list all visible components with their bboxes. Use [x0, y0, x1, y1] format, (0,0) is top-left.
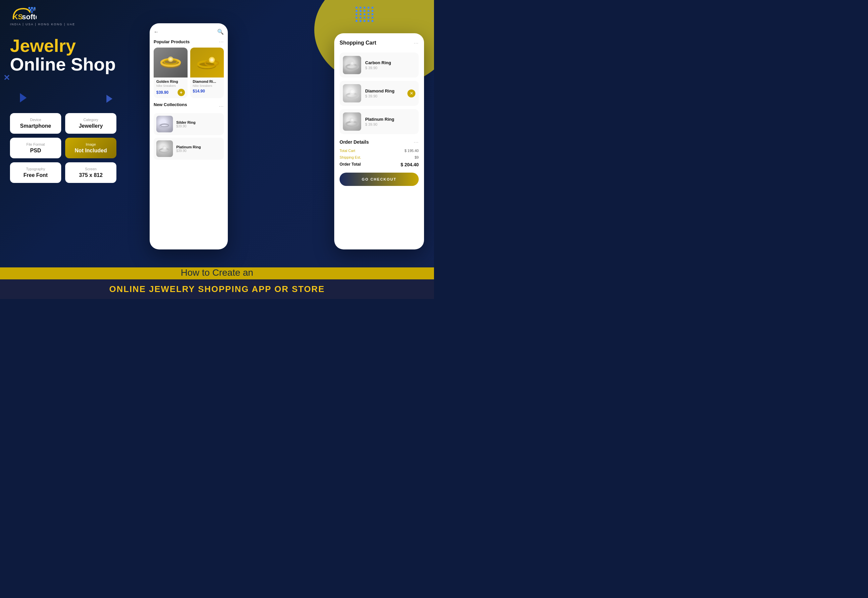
- svg-point-6: [30, 9, 31, 11]
- carbon-ring-svg: [344, 57, 360, 73]
- cart-remove-diamond[interactable]: ✕: [407, 90, 415, 97]
- svg-point-3: [28, 7, 30, 9]
- collection-price-silder: $39.90: [176, 124, 196, 128]
- order-total-value: $ 204.40: [401, 162, 419, 167]
- silder-ring-svg: [157, 117, 172, 132]
- svg-point-7: [32, 9, 34, 11]
- svg-text:KS: KS: [13, 13, 23, 21]
- popular-products-more[interactable]: ···: [219, 39, 224, 44]
- checkout-button[interactable]: GO CHECKOUT: [339, 173, 419, 186]
- info-value-category: Jewellery: [70, 123, 111, 129]
- cart-header: Shopping Cart ···: [339, 40, 419, 46]
- cart-name-carbon: Carbon Ring: [365, 60, 391, 65]
- info-label-category: Category: [70, 118, 111, 122]
- phone1-header: ← 🔍: [154, 28, 224, 35]
- cart-price-carbon: $ 39.90: [365, 66, 391, 70]
- cart-img-diamond: [343, 84, 361, 102]
- popular-products-title: Popular Products: [154, 39, 190, 44]
- cart-item-platinum[interactable]: Platinum Ring $ 39.90: [339, 109, 419, 134]
- cart-item-carbon[interactable]: Carbon Ring $ 39.90: [339, 52, 419, 78]
- product-img-diamond: [190, 48, 224, 78]
- total-cart-label: Total Cart: [339, 149, 355, 152]
- collection-item-silder[interactable]: Silder Ring $39.90: [154, 113, 224, 135]
- info-card-screen: Screen 375 x 812: [65, 162, 117, 183]
- svg-point-32: [351, 119, 354, 121]
- dot-grid-decoration: [356, 7, 374, 22]
- order-details-section: Order Details ··· Total Cart $ 195.40 Sh…: [339, 139, 419, 186]
- collection-name-silder: Silder Ring: [176, 120, 196, 124]
- cart-img-platinum: [343, 112, 361, 131]
- phone-popular-products: ← 🔍 Popular Products ···: [149, 23, 228, 250]
- product-card-golden[interactable]: Golden Ring Nike Sneakers $39.90 +: [154, 48, 188, 98]
- shipping-value: $9: [415, 155, 419, 159]
- back-arrow-icon[interactable]: ←: [154, 29, 159, 35]
- svg-point-23: [163, 147, 166, 150]
- order-line-shipping: Shipping Est. $9: [339, 155, 419, 159]
- order-total-line: Order Total $ 204.40: [339, 162, 419, 167]
- cart-info-carbon: Carbon Ring $ 39.90: [365, 60, 391, 70]
- product-name-golden: Golden Ring: [156, 79, 185, 84]
- info-value-screen: 375 x 812: [70, 172, 111, 178]
- logo-icon: KS softech ®: [10, 5, 37, 22]
- phone-shopping-cart: Shopping Cart ··· Carbon Ring $ 39.90: [334, 33, 424, 250]
- cart-item-diamond[interactable]: Diamond Ring $ 39.90 ✕: [339, 81, 419, 106]
- svg-point-8: [31, 11, 33, 13]
- info-label-image: Image: [70, 142, 111, 147]
- order-more[interactable]: ···: [414, 139, 419, 145]
- cart-more[interactable]: ···: [414, 40, 419, 46]
- order-section-header: Order Details ···: [339, 139, 419, 145]
- popular-products-header: Popular Products ···: [154, 39, 224, 44]
- platinum-ring-svg: [157, 141, 172, 156]
- product-card-diamond[interactable]: Diamond Ri... Nike Sneakers $14.90: [190, 48, 224, 98]
- total-cart-value: $ 195.40: [404, 149, 419, 152]
- x-decoration: ✕: [3, 73, 10, 82]
- product-price-row-diamond: $14.90: [193, 89, 221, 93]
- main-title: Jewelry Online Shop: [10, 37, 116, 74]
- cart-img-carbon: [343, 56, 361, 74]
- new-collections-title: New Collections: [154, 102, 187, 107]
- info-value-file-format: PSD: [15, 148, 56, 154]
- product-price-diamond: $14.90: [193, 89, 205, 93]
- svg-point-4: [31, 7, 33, 9]
- cart-title: Shopping Cart: [339, 40, 376, 46]
- product-brand-diamond: Nike Sneakers: [193, 84, 221, 87]
- info-card-image: Image Not Included: [65, 138, 117, 158]
- title-line2: Online Shop: [10, 55, 116, 74]
- diamond-ring-cart-svg: [344, 85, 360, 102]
- collection-item-platinum[interactable]: Platinum Ring $39.90: [154, 138, 224, 160]
- order-section-title: Order Details: [339, 139, 369, 145]
- bottom-banner: ONLINE JEWELRY SHOPPING APP OR STORE: [0, 280, 434, 299]
- collection-name-platinum: Platinum Ring: [176, 145, 201, 149]
- cart-info-diamond: Diamond Ring $ 39.90: [365, 88, 394, 98]
- svg-point-18: [210, 58, 214, 61]
- golden-ring-svg: [157, 49, 184, 76]
- triangle-mid: [106, 95, 112, 103]
- logo-tagline: INDIA | USA | HONG KONG | UAE: [10, 22, 75, 26]
- svg-text:softech: softech: [22, 13, 37, 21]
- title-line1: Jewelry: [10, 37, 116, 55]
- product-name-diamond: Diamond Ri...: [193, 79, 221, 84]
- product-price-row-golden: $39.90 +: [156, 89, 185, 96]
- info-card-category: Category Jewellery: [65, 113, 117, 134]
- collection-img-silder: [156, 116, 173, 132]
- product-img-golden: [154, 48, 188, 78]
- info-value-image: Not Included: [70, 148, 111, 154]
- shipping-label: Shipping Est.: [339, 155, 361, 159]
- order-total-label: Order Total: [339, 162, 361, 167]
- svg-point-13: [169, 58, 172, 61]
- search-icon[interactable]: 🔍: [217, 28, 224, 35]
- info-value-typography: Free Font: [15, 172, 56, 178]
- info-card-typography: Typography Free Font: [10, 162, 61, 183]
- bottom-banner-text: ONLINE JEWELRY SHOPPING APP OR STORE: [109, 284, 325, 294]
- collection-price-platinum: $39.90: [176, 149, 201, 152]
- info-label-device: Device: [15, 118, 56, 122]
- bottom-section: How to Create an ONLINE JEWELRY SHOPPING…: [0, 232, 434, 299]
- add-to-cart-golden[interactable]: +: [178, 89, 185, 96]
- info-card-device: Device Smartphone: [10, 113, 61, 134]
- svg-point-26: [351, 62, 354, 65]
- how-to-text: How to Create an: [0, 268, 434, 280]
- collection-info-platinum: Platinum Ring $39.90: [176, 145, 201, 152]
- header: KS softech ® INDIA | USA | HONG KONG | U…: [10, 5, 75, 26]
- new-collections-more[interactable]: ···: [219, 103, 224, 109]
- cart-price-diamond: $ 39.90: [365, 94, 394, 98]
